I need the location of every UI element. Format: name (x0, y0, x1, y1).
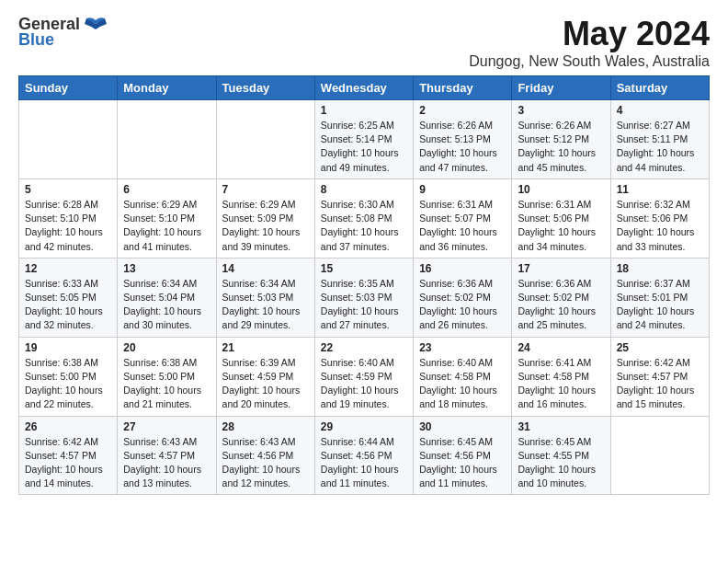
location-subtitle: Dungog, New South Wales, Australia (469, 53, 710, 70)
day-number: 2 (419, 104, 506, 117)
calendar-cell: 5Sunrise: 6:28 AM Sunset: 5:10 PM Daylig… (19, 178, 118, 258)
day-number: 18 (617, 262, 703, 275)
calendar-cell: 28Sunrise: 6:43 AM Sunset: 4:56 PM Dayli… (216, 416, 314, 495)
day-info: Sunrise: 6:26 AM Sunset: 5:13 PM Dayligh… (419, 119, 506, 175)
day-info: Sunrise: 6:41 AM Sunset: 4:58 PM Dayligh… (518, 356, 604, 412)
day-info: Sunrise: 6:40 AM Sunset: 4:59 PM Dayligh… (321, 356, 407, 412)
day-info: Sunrise: 6:43 AM Sunset: 4:57 PM Dayligh… (123, 435, 210, 491)
day-number: 11 (617, 183, 703, 196)
day-info: Sunrise: 6:45 AM Sunset: 4:56 PM Dayligh… (419, 435, 506, 491)
day-number: 31 (518, 420, 604, 433)
day-number: 24 (518, 341, 604, 354)
header-monday: Monday (118, 76, 216, 100)
calendar-cell: 24Sunrise: 6:41 AM Sunset: 4:58 PM Dayli… (512, 337, 610, 416)
day-info: Sunrise: 6:27 AM Sunset: 5:11 PM Dayligh… (617, 119, 703, 175)
day-info: Sunrise: 6:33 AM Sunset: 5:05 PM Dayligh… (25, 277, 111, 333)
day-number: 14 (222, 262, 309, 275)
day-info: Sunrise: 6:38 AM Sunset: 5:00 PM Dayligh… (123, 356, 210, 412)
month-title: May 2024 (469, 15, 710, 53)
day-number: 9 (419, 183, 506, 196)
day-info: Sunrise: 6:34 AM Sunset: 5:03 PM Dayligh… (222, 277, 309, 333)
day-info: Sunrise: 6:25 AM Sunset: 5:14 PM Dayligh… (321, 119, 407, 175)
calendar-cell: 4Sunrise: 6:27 AM Sunset: 5:11 PM Daylig… (610, 100, 709, 179)
day-info: Sunrise: 6:29 AM Sunset: 5:10 PM Dayligh… (123, 198, 210, 254)
calendar-header-row: SundayMondayTuesdayWednesdayThursdayFrid… (19, 76, 710, 100)
calendar-cell: 9Sunrise: 6:31 AM Sunset: 5:07 PM Daylig… (414, 178, 512, 258)
day-number: 5 (25, 183, 111, 196)
day-number: 17 (518, 262, 604, 275)
title-section: May 2024 Dungog, New South Wales, Austra… (469, 15, 710, 70)
calendar-cell: 31Sunrise: 6:45 AM Sunset: 4:55 PM Dayli… (512, 416, 610, 495)
calendar-cell: 13Sunrise: 6:34 AM Sunset: 5:04 PM Dayli… (118, 258, 216, 337)
calendar-week-row: 1Sunrise: 6:25 AM Sunset: 5:14 PM Daylig… (19, 100, 710, 179)
day-number: 6 (123, 183, 210, 196)
day-info: Sunrise: 6:32 AM Sunset: 5:06 PM Dayligh… (617, 198, 703, 254)
calendar-cell: 20Sunrise: 6:38 AM Sunset: 5:00 PM Dayli… (118, 337, 216, 416)
day-info: Sunrise: 6:43 AM Sunset: 4:56 PM Dayligh… (222, 435, 309, 491)
day-number: 27 (123, 420, 210, 433)
day-info: Sunrise: 6:44 AM Sunset: 4:56 PM Dayligh… (321, 435, 407, 491)
day-number: 26 (25, 420, 111, 433)
header-wednesday: Wednesday (314, 76, 413, 100)
calendar-cell (610, 416, 709, 495)
calendar-week-row: 12Sunrise: 6:33 AM Sunset: 5:05 PM Dayli… (19, 258, 710, 337)
day-info: Sunrise: 6:30 AM Sunset: 5:08 PM Dayligh… (321, 198, 407, 254)
day-number: 25 (617, 341, 703, 354)
calendar-cell (216, 100, 314, 179)
calendar-week-row: 5Sunrise: 6:28 AM Sunset: 5:10 PM Daylig… (19, 178, 710, 258)
calendar-cell: 7Sunrise: 6:29 AM Sunset: 5:09 PM Daylig… (216, 178, 314, 258)
calendar-cell: 22Sunrise: 6:40 AM Sunset: 4:59 PM Dayli… (314, 337, 413, 416)
logo-bird-icon (83, 17, 108, 33)
day-info: Sunrise: 6:38 AM Sunset: 5:00 PM Dayligh… (25, 356, 111, 412)
logo: General Blue (18, 15, 108, 50)
header-friday: Friday (512, 76, 610, 100)
day-info: Sunrise: 6:42 AM Sunset: 4:57 PM Dayligh… (617, 356, 703, 412)
day-number: 13 (123, 262, 210, 275)
day-number: 23 (419, 341, 506, 354)
day-number: 1 (321, 104, 407, 117)
calendar-week-row: 19Sunrise: 6:38 AM Sunset: 5:00 PM Dayli… (19, 337, 710, 416)
calendar-cell: 11Sunrise: 6:32 AM Sunset: 5:06 PM Dayli… (610, 178, 709, 258)
day-info: Sunrise: 6:42 AM Sunset: 4:57 PM Dayligh… (25, 435, 111, 491)
header-tuesday: Tuesday (216, 76, 314, 100)
calendar-cell: 19Sunrise: 6:38 AM Sunset: 5:00 PM Dayli… (19, 337, 118, 416)
calendar-cell: 17Sunrise: 6:36 AM Sunset: 5:02 PM Dayli… (512, 258, 610, 337)
day-info: Sunrise: 6:39 AM Sunset: 4:59 PM Dayligh… (222, 356, 309, 412)
calendar-cell: 16Sunrise: 6:36 AM Sunset: 5:02 PM Dayli… (414, 258, 512, 337)
calendar-cell: 29Sunrise: 6:44 AM Sunset: 4:56 PM Dayli… (314, 416, 413, 495)
day-number: 12 (25, 262, 111, 275)
day-info: Sunrise: 6:40 AM Sunset: 4:58 PM Dayligh… (419, 356, 506, 412)
day-info: Sunrise: 6:36 AM Sunset: 5:02 PM Dayligh… (419, 277, 506, 333)
day-number: 4 (617, 104, 703, 117)
header-thursday: Thursday (414, 76, 512, 100)
day-number: 29 (321, 420, 407, 433)
header-sunday: Sunday (19, 76, 118, 100)
calendar-cell: 21Sunrise: 6:39 AM Sunset: 4:59 PM Dayli… (216, 337, 314, 416)
calendar-cell (118, 100, 216, 179)
day-number: 20 (123, 341, 210, 354)
calendar-cell: 14Sunrise: 6:34 AM Sunset: 5:03 PM Dayli… (216, 258, 314, 337)
day-info: Sunrise: 6:29 AM Sunset: 5:09 PM Dayligh… (222, 198, 309, 254)
calendar-table: SundayMondayTuesdayWednesdayThursdayFrid… (18, 75, 710, 495)
day-number: 19 (25, 341, 111, 354)
calendar-cell: 10Sunrise: 6:31 AM Sunset: 5:06 PM Dayli… (512, 178, 610, 258)
calendar-cell: 18Sunrise: 6:37 AM Sunset: 5:01 PM Dayli… (610, 258, 709, 337)
calendar-cell: 23Sunrise: 6:40 AM Sunset: 4:58 PM Dayli… (414, 337, 512, 416)
calendar-cell: 1Sunrise: 6:25 AM Sunset: 5:14 PM Daylig… (314, 100, 413, 179)
logo-blue: Blue (18, 30, 54, 50)
calendar-cell: 3Sunrise: 6:26 AM Sunset: 5:12 PM Daylig… (512, 100, 610, 179)
day-info: Sunrise: 6:45 AM Sunset: 4:55 PM Dayligh… (518, 435, 604, 491)
header-saturday: Saturday (610, 76, 709, 100)
day-number: 16 (419, 262, 506, 275)
day-info: Sunrise: 6:37 AM Sunset: 5:01 PM Dayligh… (617, 277, 703, 333)
calendar-cell: 8Sunrise: 6:30 AM Sunset: 5:08 PM Daylig… (314, 178, 413, 258)
calendar-cell: 2Sunrise: 6:26 AM Sunset: 5:13 PM Daylig… (414, 100, 512, 179)
calendar-cell (19, 100, 118, 179)
day-number: 28 (222, 420, 309, 433)
calendar-cell: 25Sunrise: 6:42 AM Sunset: 4:57 PM Dayli… (610, 337, 709, 416)
day-number: 22 (321, 341, 407, 354)
calendar-cell: 6Sunrise: 6:29 AM Sunset: 5:10 PM Daylig… (118, 178, 216, 258)
day-info: Sunrise: 6:31 AM Sunset: 5:07 PM Dayligh… (419, 198, 506, 254)
header: General Blue May 2024 Dungog, New South … (18, 15, 710, 70)
day-number: 15 (321, 262, 407, 275)
